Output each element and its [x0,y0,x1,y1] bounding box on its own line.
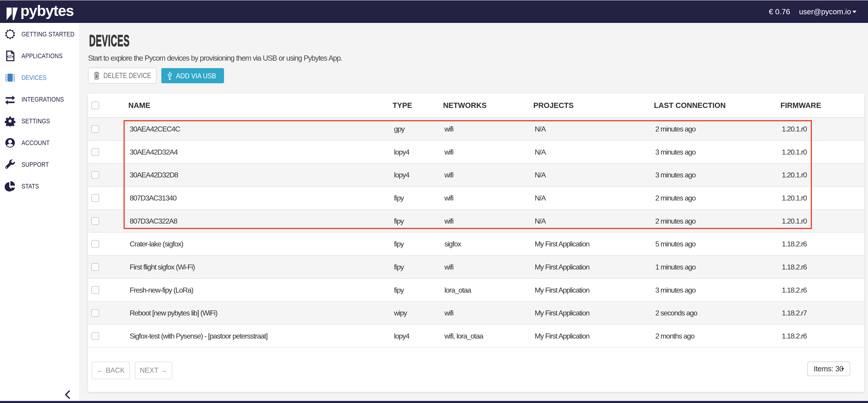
svg-text:</>: </> [7,54,13,59]
